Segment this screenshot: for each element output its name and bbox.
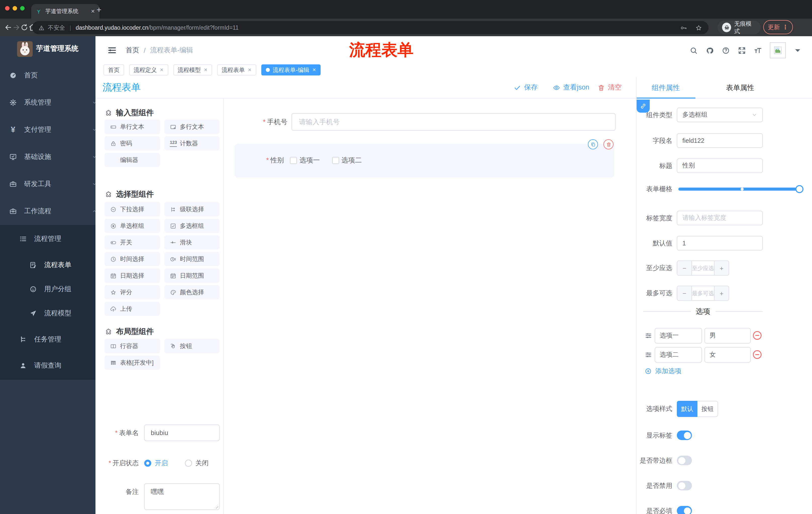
sidebar-subitem-任务管理[interactable]: 任务管理 [0, 327, 95, 352]
component-chip-上传[interactable]: 上传 [105, 302, 160, 316]
mac-minimize-button[interactable] [12, 6, 17, 10]
option-name-input[interactable]: 选项二 [655, 347, 702, 362]
sidebar-item-6[interactable]: 工作流程 [0, 198, 95, 225]
key-icon[interactable] [680, 24, 687, 31]
reload-icon[interactable] [20, 23, 29, 32]
sidebar-item-4[interactable]: 基础设施 [0, 143, 95, 170]
forward-icon[interactable] [12, 23, 21, 32]
drag-handle-icon[interactable] [645, 351, 652, 359]
option-value-input[interactable]: 男 [704, 328, 751, 344]
sidebar-item-3[interactable]: ¥支付管理 [0, 116, 95, 143]
component-chip-计数器[interactable]: 123计数器 [164, 136, 220, 151]
bookmark-star-icon[interactable] [695, 24, 702, 31]
mac-zoom-button[interactable] [20, 6, 25, 10]
selected-component-gender[interactable]: *性别 选项一 选项二 [235, 144, 614, 178]
stepper-minus-button[interactable]: − [677, 286, 692, 300]
component-type-select[interactable]: 多选框组 [677, 108, 763, 122]
form-name-input[interactable]: biubiu [144, 425, 220, 441]
route-tab-流程模型[interactable]: 流程模型✕ [173, 64, 212, 76]
browser-menu-icon[interactable]: ⋮ [782, 24, 788, 31]
chevron-down-icon[interactable] [793, 46, 802, 55]
toggle-是否禁用[interactable] [677, 481, 692, 490]
collapse-menu-icon[interactable] [107, 45, 117, 55]
tab-close-icon[interactable]: ✕ [160, 67, 164, 73]
address-bar[interactable]: 不安全 | dashboard.yudao.iocoder.cn/bpm/man… [32, 21, 708, 34]
radio-status-on[interactable] [144, 460, 151, 467]
drag-handle-icon[interactable] [645, 332, 652, 340]
phone-field-input[interactable]: 请输入手机号 [291, 113, 615, 131]
field-name-input[interactable]: field122 [677, 133, 763, 148]
stepper-value[interactable]: 至少应选 [692, 261, 714, 275]
label-width-input[interactable]: 请输入标签宽度 [677, 211, 763, 225]
component-chip-开关[interactable]: 开关 [105, 235, 160, 249]
sidebar-item-2[interactable]: 系统管理 [0, 89, 95, 116]
component-chip-密码[interactable]: 密码 [105, 136, 160, 151]
help-icon[interactable] [722, 46, 730, 55]
sidebar-item-5[interactable]: 研发工具 [0, 170, 95, 198]
remove-option-icon[interactable] [752, 330, 763, 341]
style-default-button[interactable]: 默认 [677, 401, 697, 417]
component-chip-时间范围[interactable]: 时间范围 [164, 252, 220, 266]
tab-form-props[interactable]: 表单属性 [695, 77, 785, 98]
component-chip-下拉选择[interactable]: 下拉选择 [105, 202, 160, 216]
avatar[interactable] [770, 42, 786, 58]
save-button[interactable]: 保存 [514, 83, 538, 92]
title-input[interactable]: 性别 [677, 158, 763, 173]
back-icon[interactable] [4, 23, 12, 32]
component-chip-日期选择[interactable]: 日期选择 [105, 269, 160, 283]
breadcrumb-home[interactable]: 首页 [126, 46, 139, 55]
toggle-是否必填[interactable] [677, 506, 692, 514]
component-chip-单选框组[interactable]: 单选框组 [105, 219, 160, 233]
new-tab-button[interactable]: + [96, 5, 102, 14]
default-value-input[interactable]: 1 [677, 236, 763, 250]
toggle-是否带边框[interactable] [677, 456, 692, 465]
checkbox-option-2[interactable] [332, 157, 339, 164]
option-2-label[interactable]: 选项二 [342, 156, 362, 165]
browser-update-button[interactable]: 更新 ⋮ [763, 20, 793, 34]
security-label[interactable]: 不安全 [48, 24, 65, 31]
search-icon[interactable] [689, 46, 698, 55]
checkbox-option-1[interactable] [290, 157, 297, 164]
remark-textarea[interactable]: 嘿嘿 [144, 483, 220, 510]
stepper-minus-button[interactable]: − [677, 261, 692, 275]
font-size-icon[interactable] [754, 46, 762, 55]
tab-component-props[interactable]: 组件属性 [636, 77, 695, 98]
tab-close-icon[interactable]: ✕ [204, 67, 207, 73]
tab-close-icon[interactable]: ✕ [248, 67, 252, 73]
component-chip-级联选择[interactable]: 级联选择 [164, 202, 220, 216]
component-chip-滑块[interactable]: 滑块 [164, 235, 220, 249]
option-value-input[interactable]: 女 [704, 347, 751, 362]
stepper-value[interactable]: 最多可选 [692, 286, 714, 300]
sidebar-subitem-请假查询[interactable]: 请假查询 [0, 354, 95, 378]
component-chip-编辑器[interactable]: 编辑器 [105, 153, 160, 167]
status-on-label[interactable]: 开启 [155, 459, 168, 468]
component-chip-行容器[interactable]: 行容器 [105, 339, 160, 353]
option-1-label[interactable]: 选项一 [299, 156, 320, 165]
sidebar-item-1[interactable]: 首页 [0, 62, 95, 89]
sidebar-subitem-流程表单[interactable]: 流程表单 [0, 253, 95, 277]
slider-handle[interactable] [795, 185, 804, 193]
radio-status-off[interactable] [185, 460, 192, 467]
clear-button[interactable]: 清空 [598, 83, 621, 92]
component-chip-日期范围[interactable]: 日期范围 [164, 269, 220, 283]
stepper-plus-button[interactable]: + [714, 286, 729, 300]
component-chip-多选框组[interactable]: 多选框组 [164, 219, 220, 233]
toggle-显示标签[interactable] [677, 431, 692, 440]
grid-slider[interactable] [678, 188, 800, 191]
route-tab-流程定义[interactable]: 流程定义✕ [129, 64, 168, 76]
component-chip-单行文本[interactable]: 单行文本 [105, 120, 160, 134]
view-json-button[interactable]: 查看json [553, 83, 589, 92]
add-option-button[interactable]: 添加选项 [645, 367, 682, 376]
tab-close-icon[interactable]: ✕ [91, 8, 95, 14]
route-tab-流程表单-编辑[interactable]: 流程表单-编辑✕ [261, 64, 321, 76]
component-chip-评分[interactable]: 评分 [105, 285, 160, 299]
github-icon[interactable] [705, 46, 714, 55]
stepper-plus-button[interactable]: + [714, 261, 729, 275]
route-tab-首页[interactable]: 首页 [104, 64, 124, 76]
sidebar-subitem-流程模型[interactable]: 流程模型 [0, 301, 95, 325]
fullscreen-icon[interactable] [737, 46, 746, 55]
sidebar-subitem-流程管理[interactable]: 流程管理 [0, 226, 95, 251]
component-chip-时间选择[interactable]: 时间选择 [105, 252, 160, 266]
link-tag[interactable] [637, 100, 650, 113]
component-chip-按钮[interactable]: 按钮 [164, 339, 220, 353]
